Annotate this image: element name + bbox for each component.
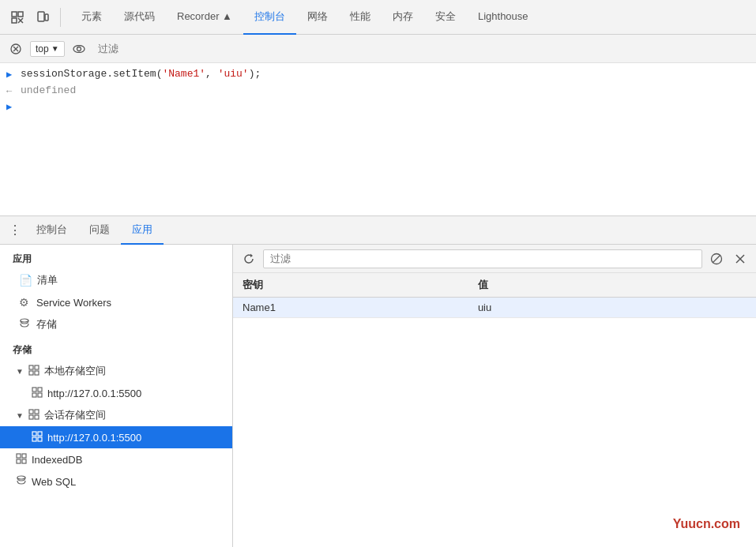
console-line-return: ← undefined [6,83,750,99]
svg-rect-30 [22,459,26,463]
session-storage-grid-icon [28,409,39,422]
device-toggle-icon[interactable] [32,6,54,28]
sidebar-item-websql[interactable]: Web SQL [0,470,232,493]
svg-rect-26 [38,437,42,441]
table-cell-key: Name1 [233,298,468,318]
table-row[interactable]: Name1uiu [233,298,756,318]
svg-rect-24 [38,432,42,436]
console-area: top ▼ ▶ sessionStorage.setItem('Name1', … [0,35,756,216]
tab-wangluo[interactable]: 网络 [296,0,339,35]
tab-anquan[interactable]: 安全 [424,0,467,35]
svg-rect-25 [32,437,36,441]
console-prompt-arrow: ▶ [6,99,16,115]
tab-lighthouse[interactable]: Lighthouse [467,0,540,35]
svg-rect-27 [17,454,21,458]
local-storage-grid-icon [28,365,39,378]
sidebar-child-local-url[interactable]: http://127.0.0.1:5500 [0,382,232,404]
console-eye-icon[interactable] [70,39,88,58]
sidebar-child-label-local-url: http://127.0.0.1:5500 [47,388,141,399]
tab-yingyong[interactable]: 应用 [121,216,164,245]
table-header-value: 值 [468,273,756,298]
svg-rect-28 [22,454,26,458]
console-arrow-left: ← [6,84,16,99]
console-line-input: ▶ sessionStorage.setItem('Name1', 'uiu')… [6,66,750,83]
svg-rect-12 [35,365,39,369]
content-filter-input[interactable] [263,249,702,268]
content-filter-bar [233,245,756,273]
tab-yuandaima[interactable]: 源代码 [113,0,166,35]
svg-rect-13 [29,371,33,375]
svg-line-34 [713,255,720,263]
bottom-tabs-dots[interactable]: ⋮ [6,223,22,238]
nav-tabs: 元素 源代码 Recorder ▲ 控制台 网络 性能 内存 安全 Lighth… [70,0,540,34]
session-storage-table: 密钥 值 Name1uiu [233,273,756,318]
doc-icon: 📄 [19,274,32,287]
console-undefined: undefined [21,83,76,99]
session-child-grid-icon [32,431,43,444]
console-content: ▶ sessionStorage.setItem('Name1', 'uiu')… [0,63,756,215]
inspect-icon[interactable] [6,6,28,28]
app-panel: 应用 📄 清单 ⚙ Service Workers 存储 [0,245,756,547]
tab-xingnen[interactable]: 性能 [339,0,382,35]
svg-point-31 [17,476,25,479]
refresh-icon[interactable] [239,249,258,268]
table-header-key: 密钥 [233,273,468,298]
svg-marker-32 [250,253,253,257]
sidebar-item-qingdan[interactable]: 📄 清单 [0,269,232,291]
svg-rect-29 [17,459,21,463]
bottom-tabs: ⋮ 控制台 问题 应用 [0,216,756,245]
tab-kongtai[interactable]: 控制台 [243,0,296,35]
svg-rect-21 [29,415,33,419]
svg-point-8 [73,45,85,52]
sidebar-child-session-url[interactable]: http://127.0.0.1:5500 [0,426,232,448]
close-icon[interactable] [731,249,750,268]
sidebar-item-serviceworkers[interactable]: ⚙ Service Workers [0,291,232,313]
sidebar-item-label-storage: 存储 [36,317,57,332]
tab-recorder[interactable]: Recorder ▲ [166,0,243,35]
console-filter-bar: top ▼ [0,35,756,63]
svg-point-9 [77,47,81,51]
svg-rect-14 [35,371,39,375]
svg-rect-23 [32,432,36,436]
sidebar-item-storage[interactable]: 存储 [0,313,232,335]
block-icon[interactable] [707,249,726,268]
db-icon [19,318,32,332]
svg-rect-3 [38,12,44,21]
sidebar-item-label-indexeddb: IndexedDB [32,454,82,466]
data-table: 密钥 值 Name1uiu [233,273,756,547]
bottom-panel: ⋮ 控制台 问题 应用 应用 📄 清单 ⚙ Service Workers [0,216,756,547]
sidebar: 应用 📄 清单 ⚙ Service Workers 存储 [0,245,233,547]
svg-rect-15 [32,388,36,392]
sidebar-tree-local-storage[interactable]: ▼ 本地存储空间 [0,360,232,382]
console-filter-input[interactable] [93,41,750,56]
tab-wenti[interactable]: 问题 [78,216,121,245]
sidebar-section-storage: 存储 [0,335,232,360]
tree-arrow-session: ▼ [16,411,24,420]
sidebar-item-indexeddb[interactable]: IndexedDB [0,448,232,470]
svg-rect-22 [35,415,39,419]
svg-rect-4 [45,14,48,21]
sidebar-tree-label-local: 本地存储空间 [44,364,106,378]
svg-rect-17 [32,393,36,397]
indexeddb-grid-icon [16,453,27,466]
svg-rect-18 [38,393,42,397]
tab-yuansu[interactable]: 元素 [70,0,113,35]
svg-point-10 [21,319,28,322]
console-line-prompt: ▶ [6,99,750,115]
console-context-select[interactable]: top ▼ [30,41,65,57]
svg-rect-1 [18,12,23,17]
console-arrow-right: ▶ [6,67,16,83]
svg-rect-19 [29,410,33,414]
svg-rect-20 [35,410,39,414]
top-toolbar: 元素 源代码 Recorder ▲ 控制台 网络 性能 内存 安全 Lighth… [0,0,756,35]
sidebar-item-label-sw: Service Workers [36,297,111,309]
tab-neicun[interactable]: 内存 [382,0,424,35]
tab-kongtai-bottom[interactable]: 控制台 [25,216,78,245]
console-clear-icon[interactable] [6,39,25,58]
svg-rect-16 [38,388,42,392]
toolbar-separator [60,8,61,27]
console-code-text: sessionStorage.setItem('Name1', 'uiu'); [21,66,261,82]
sidebar-tree-session-storage[interactable]: ▼ 会话存储空间 [0,404,232,426]
main-content: 密钥 值 Name1uiu [233,245,756,547]
sidebar-section-app: 应用 [0,245,232,269]
